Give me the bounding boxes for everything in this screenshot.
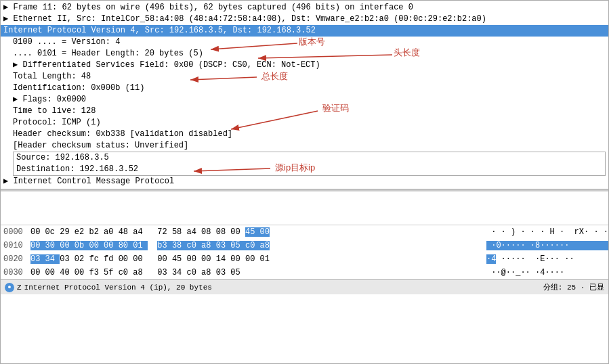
- byte-1-3: 0b: [75, 241, 89, 250]
- expand-icon-ethernet: ▶: [3, 14, 13, 24]
- status-bar: ● Z Internet Protocol Version 4 (ip), 20…: [1, 279, 608, 294]
- hex-bytes-0[interactable]: 00 0c 29 e2 b2 a0 48 a4 72 58 a4 08 08 0…: [28, 227, 486, 237]
- tree-row-flags[interactable]: ▶ Flags: 0x0000: [1, 94, 608, 106]
- byte-1-8: b3: [157, 241, 172, 250]
- byte-3-11: a8: [201, 268, 216, 277]
- byte-0-4: b2: [89, 227, 104, 237]
- hex-ascii-0: · · ) · · · H · rX· · · ·E·: [486, 227, 608, 237]
- status-icon-circle: ●: [5, 283, 14, 292]
- byte-0-14: 45: [245, 227, 260, 237]
- byte-2-6: 00: [119, 254, 133, 264]
- hex-ascii-2: ·4 ····· ·E··· ··: [486, 254, 608, 264]
- byte-3-13: 05: [230, 268, 240, 277]
- src-dst-box: Source: 192.168.3.5 Destination: 192.168…: [13, 152, 606, 176]
- tree-row-checksum-status[interactable]: [Header checksum status: Unverified]: [1, 140, 608, 152]
- expand-icon-dscp: ▶: [13, 60, 22, 70]
- byte-3-12: 03: [216, 268, 231, 277]
- byte-0-5: a0: [104, 227, 119, 237]
- status-icon-z: Z: [17, 283, 22, 292]
- byte-0-12: 08: [216, 227, 231, 237]
- tree-row-source[interactable]: Source: 192.168.3.5: [14, 152, 605, 164]
- tree-row-ethernet[interactable]: ▶ Ethernet II, Src: IntelCor_58:a4:08 (4…: [1, 14, 608, 25]
- byte-0-10: a4: [187, 227, 202, 237]
- byte-2-11: 00: [201, 254, 216, 264]
- middle-spacer: [1, 191, 608, 225]
- byte-3-9: 34: [172, 268, 187, 277]
- tree-row-version[interactable]: 0100 .... = Version: 4: [1, 37, 608, 48]
- tree-row-destination[interactable]: Destination: 192.168.3.52: [14, 164, 605, 175]
- byte-3-5: 5f: [104, 268, 119, 277]
- tree-row-identification[interactable]: Identification: 0x000b (11): [1, 83, 608, 94]
- tree-row-checksum[interactable]: Header checksum: 0xb338 [validation disa…: [1, 129, 608, 140]
- status-left: ● Z Internet Protocol Version 4 (ip), 20…: [5, 283, 212, 292]
- byte-3-4: f3: [89, 268, 104, 277]
- byte-2-5: fd: [104, 254, 119, 264]
- byte-2-4: fc: [89, 254, 104, 264]
- byte-1-5: 00: [104, 241, 119, 250]
- byte-2-14: 00: [245, 254, 260, 264]
- byte-1-9: 38: [172, 241, 187, 250]
- byte-3-1: 00: [45, 268, 60, 277]
- byte-2-8: 00: [157, 254, 172, 264]
- byte-3-0: 00: [30, 268, 45, 277]
- hex-row-2: 0020 03 34 03 02 fc fd 00 00 00 45 00 00…: [1, 252, 608, 266]
- expand-icon-icmp: ▶: [3, 177, 13, 186]
- status-right: 分组: 25 · 已显: [543, 282, 604, 292]
- byte-1-0: 00: [30, 241, 45, 250]
- status-text: Internet Protocol Version 4 (ip), 20 byt…: [24, 283, 212, 292]
- tree-row-header-length[interactable]: .... 0101 = Header Length: 20 bytes (5): [1, 48, 608, 60]
- byte-0-2: 29: [60, 227, 75, 237]
- hex-dump-area: 0000 00 0c 29 e2 b2 a0 48 a4 72 58 a4 08…: [1, 225, 608, 279]
- packet-tree-wrapper: ▶ Frame 11: 62 bytes on wire (496 bits),…: [1, 1, 608, 191]
- hex-row-1: 0010 00 30 00 0b 00 00 80 01 b3 38 c0 a8…: [1, 239, 608, 252]
- tree-row-ttl[interactable]: Time to live: 128: [1, 106, 608, 117]
- expand-icon-frame: ▶: [3, 3, 13, 12]
- byte-1-11: a8: [201, 241, 216, 250]
- tree-row-total-length[interactable]: Total Length: 48: [1, 71, 608, 83]
- hex-bytes-3[interactable]: 00 00 40 00 f3 5f c0 a8 03 34 c0 a8 03 0…: [28, 268, 486, 277]
- byte-0-15: 00: [260, 227, 270, 237]
- hex-bytes-1[interactable]: 00 30 00 0b 00 00 80 01 b3 38 c0 a8 03 0…: [28, 241, 486, 250]
- byte-3-2: 40: [60, 268, 75, 277]
- byte-2-13: 00: [230, 254, 245, 264]
- byte-2-15: 01: [260, 254, 270, 264]
- hex-ascii-1: ·0····· ·8······: [486, 241, 608, 250]
- byte-0-3: e2: [75, 227, 89, 237]
- tree-row-protocol[interactable]: Protocol: ICMP (1): [1, 117, 608, 129]
- byte-0-13: 00: [230, 227, 245, 237]
- byte-3-6: c0: [119, 268, 133, 277]
- byte-2-1: 34: [45, 254, 60, 264]
- byte-1-2: 00: [60, 241, 75, 250]
- hex-offset-1: 0010: [1, 241, 28, 250]
- byte-2-9: 45: [172, 254, 187, 264]
- hex-ascii-3: ··@··_·· ·4····: [486, 268, 608, 277]
- byte-3-7: a8: [133, 268, 148, 277]
- byte-0-9: 58: [172, 227, 187, 237]
- tree-row-dscp[interactable]: ▶ Differentiated Services Field: 0x00 (D…: [1, 60, 608, 71]
- main-window: ▶ Frame 11: 62 bytes on wire (496 bits),…: [0, 0, 609, 364]
- byte-1-7: 01: [133, 241, 148, 250]
- byte-1-15: a8: [260, 241, 270, 250]
- hex-offset-0: 0000: [1, 227, 28, 237]
- expand-icon-flags: ▶: [13, 95, 22, 104]
- byte-0-11: 08: [201, 227, 216, 237]
- tree-row-icmp[interactable]: ▶ Internet Control Message Protocol: [1, 176, 608, 187]
- hex-bytes-2[interactable]: 03 34 03 02 fc fd 00 00 00 45 00 00 14 0…: [28, 254, 486, 264]
- byte-0-6: 48: [119, 227, 133, 237]
- byte-1-6: 80: [119, 241, 133, 250]
- tree-row-ipv4[interactable]: Internet Protocol Version 4, Src: 192.16…: [1, 25, 608, 37]
- hex-row-0: 0000 00 0c 29 e2 b2 a0 48 a4 72 58 a4 08…: [1, 225, 608, 239]
- byte-0-8: 72: [157, 227, 172, 237]
- tree-row-frame[interactable]: ▶ Frame 11: 62 bytes on wire (496 bits),…: [1, 2, 608, 14]
- byte-2-7: 00: [133, 254, 148, 264]
- byte-1-4: 00: [89, 241, 104, 250]
- byte-2-12: 14: [216, 254, 231, 264]
- byte-2-3: 02: [75, 254, 89, 264]
- byte-2-0: 03: [30, 254, 45, 264]
- byte-1-13: 05: [230, 241, 245, 250]
- packet-tree: ▶ Frame 11: 62 bytes on wire (496 bits),…: [1, 1, 608, 189]
- byte-1-14: c0: [245, 241, 260, 250]
- byte-2-2: 03: [60, 254, 75, 264]
- byte-0-1: 0c: [45, 227, 60, 237]
- byte-1-10: c0: [187, 241, 202, 250]
